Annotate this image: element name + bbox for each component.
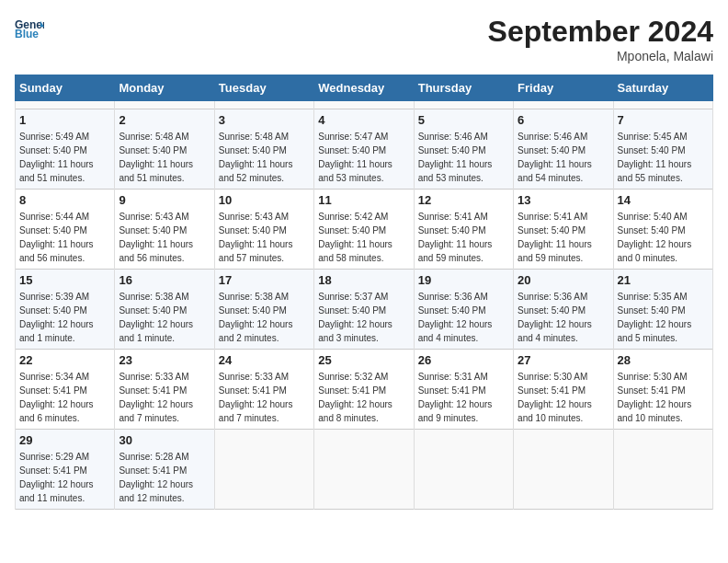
day-cell: 4Sunrise: 5:47 AM Sunset: 5:40 PM Daylig… — [314, 109, 414, 190]
day-cell: 24Sunrise: 5:33 AM Sunset: 5:41 PM Dayli… — [214, 350, 313, 430]
day-number: 17 — [219, 273, 310, 287]
day-cell — [214, 430, 313, 510]
day-info: Sunrise: 5:43 AM Sunset: 5:40 PM Dayligh… — [219, 210, 310, 265]
day-number: 6 — [518, 113, 609, 127]
day-info: Sunrise: 5:33 AM Sunset: 5:41 PM Dayligh… — [219, 370, 310, 425]
day-cell — [314, 430, 414, 510]
day-info: Sunrise: 5:30 AM Sunset: 5:41 PM Dayligh… — [618, 370, 709, 425]
day-cell: 8Sunrise: 5:44 AM Sunset: 5:40 PM Daylig… — [16, 190, 115, 270]
day-number: 2 — [119, 113, 210, 127]
day-info: Sunrise: 5:34 AM Sunset: 5:41 PM Dayligh… — [19, 370, 110, 425]
calendar-header-row: SundayMondayTuesdayWednesdayThursdayFrid… — [16, 75, 713, 101]
day-cell: 9Sunrise: 5:43 AM Sunset: 5:40 PM Daylig… — [115, 190, 214, 270]
day-cell: 12Sunrise: 5:41 AM Sunset: 5:40 PM Dayli… — [414, 190, 513, 270]
week-row-0 — [16, 101, 713, 109]
month-title: September 2024 — [488, 15, 713, 49]
day-info: Sunrise: 5:42 AM Sunset: 5:40 PM Dayligh… — [318, 210, 409, 265]
week-row-2: 8Sunrise: 5:44 AM Sunset: 5:40 PM Daylig… — [16, 190, 713, 270]
day-cell: 27Sunrise: 5:30 AM Sunset: 5:41 PM Dayli… — [514, 350, 613, 430]
day-cell — [115, 101, 214, 109]
day-number: 16 — [119, 273, 210, 287]
day-number: 1 — [19, 113, 110, 127]
day-cell: 16Sunrise: 5:38 AM Sunset: 5:40 PM Dayli… — [115, 270, 214, 350]
day-cell: 2Sunrise: 5:48 AM Sunset: 5:40 PM Daylig… — [115, 109, 214, 190]
day-number: 8 — [19, 193, 110, 207]
day-info: Sunrise: 5:44 AM Sunset: 5:40 PM Dayligh… — [19, 210, 110, 265]
day-info: Sunrise: 5:31 AM Sunset: 5:41 PM Dayligh… — [418, 370, 509, 425]
day-number: 3 — [219, 113, 310, 127]
logo-icon: General Blue — [15, 15, 44, 44]
day-number: 21 — [618, 273, 709, 287]
column-header-sunday: Sunday — [16, 75, 115, 101]
day-cell: 13Sunrise: 5:41 AM Sunset: 5:40 PM Dayli… — [514, 190, 613, 270]
day-cell — [414, 101, 513, 109]
day-cell: 29Sunrise: 5:29 AM Sunset: 5:41 PM Dayli… — [16, 430, 115, 510]
day-info: Sunrise: 5:38 AM Sunset: 5:40 PM Dayligh… — [119, 290, 210, 345]
day-info: Sunrise: 5:35 AM Sunset: 5:40 PM Dayligh… — [618, 290, 709, 345]
day-cell — [613, 101, 712, 109]
day-cell: 7Sunrise: 5:45 AM Sunset: 5:40 PM Daylig… — [613, 109, 712, 190]
day-number: 14 — [618, 193, 709, 207]
day-info: Sunrise: 5:48 AM Sunset: 5:40 PM Dayligh… — [219, 130, 310, 185]
day-number: 20 — [518, 273, 609, 287]
day-info: Sunrise: 5:40 AM Sunset: 5:40 PM Dayligh… — [618, 210, 709, 265]
day-number: 13 — [518, 193, 609, 207]
calendar-table: SundayMondayTuesdayWednesdayThursdayFrid… — [15, 75, 713, 510]
day-info: Sunrise: 5:36 AM Sunset: 5:40 PM Dayligh… — [518, 290, 609, 345]
day-info: Sunrise: 5:49 AM Sunset: 5:40 PM Dayligh… — [19, 130, 110, 185]
column-header-monday: Monday — [115, 75, 214, 101]
day-number: 4 — [318, 113, 409, 127]
day-number: 26 — [418, 353, 509, 367]
day-number: 5 — [418, 113, 509, 127]
column-header-wednesday: Wednesday — [314, 75, 414, 101]
day-info: Sunrise: 5:41 AM Sunset: 5:40 PM Dayligh… — [418, 210, 509, 265]
day-cell: 22Sunrise: 5:34 AM Sunset: 5:41 PM Dayli… — [16, 350, 115, 430]
day-number: 27 — [518, 353, 609, 367]
day-number: 10 — [219, 193, 310, 207]
week-row-5: 29Sunrise: 5:29 AM Sunset: 5:41 PM Dayli… — [16, 430, 713, 510]
column-header-saturday: Saturday — [613, 75, 712, 101]
day-cell: 10Sunrise: 5:43 AM Sunset: 5:40 PM Dayli… — [214, 190, 313, 270]
day-info: Sunrise: 5:36 AM Sunset: 5:40 PM Dayligh… — [418, 290, 509, 345]
calendar-body: 1Sunrise: 5:49 AM Sunset: 5:40 PM Daylig… — [16, 101, 713, 510]
day-info: Sunrise: 5:28 AM Sunset: 5:41 PM Dayligh… — [119, 450, 210, 505]
day-info: Sunrise: 5:33 AM Sunset: 5:41 PM Dayligh… — [119, 370, 210, 425]
week-row-1: 1Sunrise: 5:49 AM Sunset: 5:40 PM Daylig… — [16, 109, 713, 190]
week-row-3: 15Sunrise: 5:39 AM Sunset: 5:40 PM Dayli… — [16, 270, 713, 350]
day-cell: 25Sunrise: 5:32 AM Sunset: 5:41 PM Dayli… — [314, 350, 414, 430]
day-number: 15 — [19, 273, 110, 287]
day-cell: 21Sunrise: 5:35 AM Sunset: 5:40 PM Dayli… — [613, 270, 712, 350]
page-header: General Blue September 2024 Mponela, Mal… — [15, 15, 713, 63]
column-header-tuesday: Tuesday — [214, 75, 313, 101]
day-number: 19 — [418, 273, 509, 287]
day-cell: 30Sunrise: 5:28 AM Sunset: 5:41 PM Dayli… — [115, 430, 214, 510]
day-number: 29 — [19, 433, 110, 447]
day-cell: 28Sunrise: 5:30 AM Sunset: 5:41 PM Dayli… — [613, 350, 712, 430]
day-info: Sunrise: 5:41 AM Sunset: 5:40 PM Dayligh… — [518, 210, 609, 265]
day-info: Sunrise: 5:37 AM Sunset: 5:40 PM Dayligh… — [318, 290, 409, 345]
svg-text:Blue: Blue — [15, 28, 39, 40]
day-number: 30 — [119, 433, 210, 447]
day-cell: 5Sunrise: 5:46 AM Sunset: 5:40 PM Daylig… — [414, 109, 513, 190]
week-row-4: 22Sunrise: 5:34 AM Sunset: 5:41 PM Dayli… — [16, 350, 713, 430]
day-cell: 18Sunrise: 5:37 AM Sunset: 5:40 PM Dayli… — [314, 270, 414, 350]
day-number: 18 — [318, 273, 409, 287]
day-cell — [514, 430, 613, 510]
day-cell — [16, 101, 115, 109]
location: Mponela, Malawi — [488, 49, 713, 63]
logo: General Blue — [15, 15, 44, 44]
day-cell — [613, 430, 712, 510]
day-cell: 26Sunrise: 5:31 AM Sunset: 5:41 PM Dayli… — [414, 350, 513, 430]
day-info: Sunrise: 5:45 AM Sunset: 5:40 PM Dayligh… — [618, 130, 709, 185]
day-cell — [214, 101, 313, 109]
day-cell: 14Sunrise: 5:40 AM Sunset: 5:40 PM Dayli… — [613, 190, 712, 270]
day-info: Sunrise: 5:47 AM Sunset: 5:40 PM Dayligh… — [318, 130, 409, 185]
day-info: Sunrise: 5:39 AM Sunset: 5:40 PM Dayligh… — [19, 290, 110, 345]
day-cell — [514, 101, 613, 109]
column-header-friday: Friday — [514, 75, 613, 101]
column-header-thursday: Thursday — [414, 75, 513, 101]
day-info: Sunrise: 5:48 AM Sunset: 5:40 PM Dayligh… — [119, 130, 210, 185]
day-cell: 17Sunrise: 5:38 AM Sunset: 5:40 PM Dayli… — [214, 270, 313, 350]
day-cell: 15Sunrise: 5:39 AM Sunset: 5:40 PM Dayli… — [16, 270, 115, 350]
day-info: Sunrise: 5:32 AM Sunset: 5:41 PM Dayligh… — [318, 370, 409, 425]
